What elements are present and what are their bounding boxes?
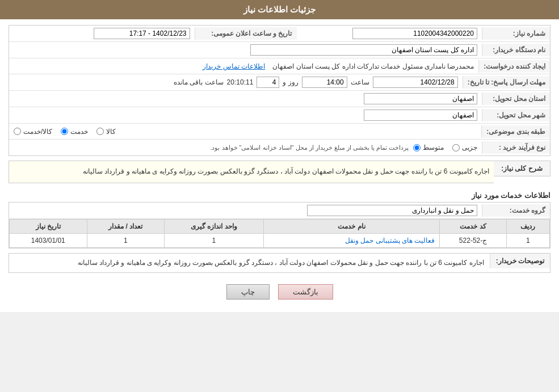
shomara-label: شماره نیاز: [482,27,550,40]
grooh-label: گروه خدمت: [482,204,550,217]
th-count: تعداد / مقدار [87,219,164,233]
ostan-value [9,91,482,107]
bottom-buttons: بازگشت چاپ [9,277,550,306]
th-unit: واحد اندازه گیری [164,219,263,233]
radio-kala[interactable]: کالا [96,128,116,136]
back-button[interactable]: بازگشت [278,284,333,300]
radio-motavaset-input[interactable] [413,144,421,151]
dastgah-input[interactable] [250,44,477,56]
radio-kala-khadamat-label: کالا/خدمت [23,128,52,136]
ijad-text: محمدرضا نامداری مسئول خدمات تدارکات ادار… [272,62,474,70]
sharh-value: اجاره کامیونت 6 تن با راننده جهت حمل و ن… [83,167,489,175]
rooz-label: روز و [283,78,298,86]
tarikh-value [9,26,195,41]
page-title: جزئیات اطلاعات نیاز [243,5,316,14]
mohlat-date-input[interactable] [373,77,458,88]
grooh-value [9,203,482,218]
mohlat-label: مهلت ارسال پاسخ: تا تاریخ: [463,76,550,88]
services-section: گروه خدمت: ردیف کد خدمت نام خدمت واحد ان… [9,202,550,248]
cell-count: 1 [87,233,164,247]
saat-mande-value: 20:10:11 [227,78,254,86]
th-name: نام خدمت [263,219,440,233]
khadamat-title: اطلاعات خدمات مورد نیاز [9,188,550,202]
buyer-notes-section: توصیحات خریدار: اجاره کامیونت 6 تن با را… [9,253,550,273]
sharh-section: شرح کلی نیاز: اجاره کامیونت 6 تن با رانن… [9,161,550,183]
tabaqe-label: طبقه بندی موضوعی: [481,125,550,138]
dastgah-label: نام دستگاه خریدار: [482,44,550,56]
mohlat-saat-input[interactable] [302,77,347,88]
saat-label: ساعت [351,78,369,86]
ostan-input[interactable] [364,93,477,104]
radio-kala-khadamat-input[interactable] [14,128,21,135]
th-code: کد خدمت [440,219,507,233]
nooe-note: پرداخت تمام یا بخشی از مبلغ خریدار از مح… [210,144,409,151]
row-ostan: استان محل تحویل: [9,91,550,107]
dastgah-value [9,42,482,58]
nooe-label: نوع فرآیند خرید : [482,141,550,154]
row-shomara-tarikh: شماره نیاز: تاریخ و ساعت اعلان عمومی: [9,26,550,42]
radio-khadamat-label: خدمت [70,128,88,136]
row-dastgah: نام دستگاه خریدار: [9,42,550,58]
ijad-value: محمدرضا نامداری مسئول خدمات تدارکات ادار… [9,60,478,73]
cell-code: ج-52-522 [440,233,507,247]
ijad-label: ایجاد کننده درخواست: [478,60,550,73]
print-button[interactable]: چاپ [226,284,270,300]
row-ijad: ایجاد کننده درخواست: محمدرضا نامداری مسئ… [9,58,550,74]
main-content: شماره نیاز: تاریخ و ساعت اعلان عمومی: نا… [0,19,559,312]
table-header-row: ردیف کد خدمت نام خدمت واحد اندازه گیری ت… [10,219,550,233]
shahr-value [9,107,482,123]
tosif-label: توصیحات خریدار: [490,254,550,268]
sharh-label: شرح کلی نیاز: [501,165,543,172]
tarikh-label: تاریخ و ساعت اعلان عمومی: [195,27,297,40]
saat-mande-label: ساعت باقی مانده [174,78,224,86]
row-mohlat: مهلت ارسال پاسخ: تا تاریخ: ساعت روز و 20… [9,74,550,91]
radio-kala-label: کالا [106,128,116,136]
nooe-value: متوسط جزیی پرداخت تمام یا بخشی از مبلغ خ… [9,141,482,154]
shomara-value [297,26,482,41]
radio-motavaset-label: متوسط [423,144,444,151]
page-wrapper: جزئیات اطلاعات نیاز شماره نیاز: تاریخ و … [0,0,559,312]
services-table: ردیف کد خدمت نام خدمت واحد اندازه گیری ت… [9,219,550,248]
radio-jozii[interactable]: جزیی [452,144,477,151]
khadamat-section: اطلاعات خدمات مورد نیاز گروه خدمت: ردیف … [9,188,550,248]
radio-kala-khadamat[interactable]: کالا/خدمت [14,128,52,136]
shomara-input[interactable] [352,28,477,39]
ostan-label: استان محل تحویل: [482,92,550,105]
buyer-notes-row: توصیحات خریدار: اجاره کامیونت 6 تن با را… [9,254,550,273]
radio-khadamat[interactable]: خدمت [61,128,88,136]
main-info-section: شماره نیاز: تاریخ و ساعت اعلان عمومی: نا… [9,25,550,156]
tosif-value: اجاره کامیونت 6 تن با راننده جهت حمل و ن… [78,259,484,267]
tarikh-input[interactable] [94,28,190,39]
page-header: جزئیات اطلاعات نیاز [0,0,559,19]
cell-date: 1403/01/01 [10,233,87,247]
mohlat-value: ساعت روز و 20:10:11 ساعت باقی مانده [9,74,463,90]
th-radif: ردیف [506,219,549,233]
grooh-input[interactable] [307,205,477,216]
radio-motavaset[interactable]: متوسط [413,144,444,151]
tosif-content: اجاره کامیونت 6 تن با راننده جهت حمل و ن… [9,254,490,273]
row-tabaqe: طبقه بندی موضوعی: کالا/خدمت خدمت کالا [9,124,550,140]
ijad-link[interactable]: اطلاعات تماس خریدار [203,62,265,70]
radio-khadamat-input[interactable] [61,128,68,135]
shahr-input[interactable] [364,109,477,121]
row-shahr: شهر محل تحویل: [9,107,550,124]
th-date: تاریخ نیاز [10,219,87,233]
mohlat-rooz-input[interactable] [257,77,279,88]
tabaqe-value: کالا/خدمت خدمت کالا [9,125,481,138]
radio-kala-input[interactable] [96,128,104,135]
radio-jozii-label: جزیی [462,144,477,151]
shahr-label: شهر محل تحویل: [482,109,550,121]
cell-radif: 1 [506,233,549,247]
table-row: 1 ج-52-522 فعالیت های پشتیبانی حمل ونقل … [10,233,550,247]
cell-name: فعالیت های پشتیبانی حمل ونقل [263,233,440,247]
row-grooh: گروه خدمت: [9,203,550,219]
radio-jozii-input[interactable] [452,144,460,151]
cell-unit: 1 [164,233,263,247]
row-nooe-farayand: نوع فرآیند خرید : متوسط جزیی [9,140,550,155]
